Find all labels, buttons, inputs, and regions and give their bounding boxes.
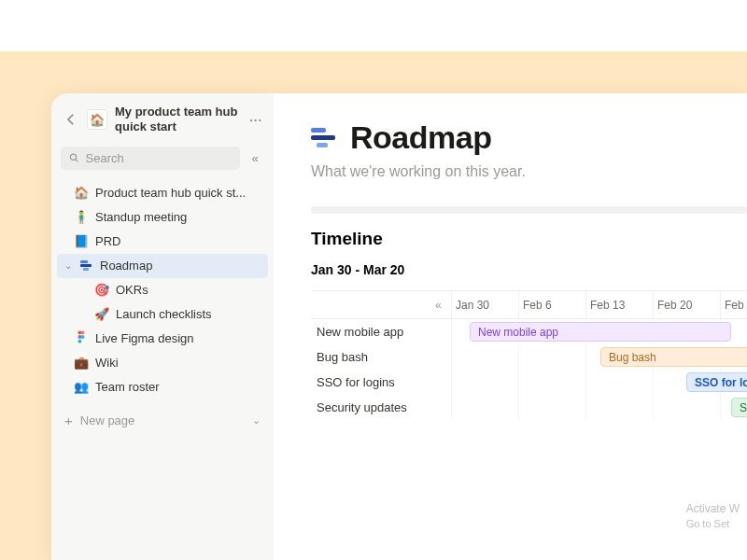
people-icon: 👥: [74, 380, 89, 394]
page-tree: 🏠 Product team hub quick st... 🧍‍♂️ Stan…: [51, 179, 274, 401]
timeline-date: Feb 13: [585, 291, 653, 318]
workspace-icon[interactable]: 🏠: [87, 109, 107, 130]
sidebar-item-label: Live Figma design: [95, 331, 261, 345]
timeline-heading: Timeline: [311, 229, 747, 249]
search-box[interactable]: [61, 147, 240, 170]
timeline-rows: New mobile app Bug bash SSO for logins: [451, 319, 747, 420]
search-icon: [68, 151, 80, 164]
sidebar-item-label: OKRs: [116, 283, 261, 297]
sidebar-item-prd[interactable]: 📘 PRD: [57, 230, 268, 254]
page-title: Roadmap: [350, 119, 491, 156]
timeline-bar-bug-bash[interactable]: Bug bash: [600, 347, 747, 367]
timeline-row: New mobile app: [451, 319, 747, 344]
svg-point-2: [81, 330, 85, 334]
roadmap-icon: [80, 260, 93, 272]
timeline-date: Feb 6: [518, 291, 585, 318]
page-subtitle: What we're working on this year.: [311, 163, 747, 180]
app-window: 🏠 My product team hub quick start ··· « …: [51, 93, 747, 560]
sidebar-item-label: Product team hub quick st...: [95, 186, 261, 200]
svg-point-5: [78, 340, 82, 343]
timeline-task-label[interactable]: Security updates: [311, 395, 451, 420]
watermark: Activate W Go to Set: [686, 502, 740, 530]
target-icon: 🎯: [94, 283, 109, 297]
timeline-bar-label: Bug bash: [609, 351, 656, 364]
sidebar-item-team-roster[interactable]: 👥 Team roster: [57, 375, 268, 399]
sidebar-item-product-team-hub[interactable]: 🏠 Product team hub quick st...: [57, 181, 268, 205]
sidebar-item-label: Launch checklists: [116, 307, 261, 321]
timeline-task-label[interactable]: SSO for logins: [311, 370, 451, 395]
house-icon: 🏠: [74, 186, 89, 200]
sidebar-item-standup[interactable]: 🧍‍♂️ Standup meeting: [57, 205, 268, 230]
workspace-title[interactable]: My product team hub quick start: [115, 105, 240, 135]
timeline-bar-label: SSO for logins: [695, 376, 747, 389]
sidebar-item-launch-checklists[interactable]: 🚀 Launch checklists: [57, 302, 268, 327]
rocket-icon: 🚀: [94, 307, 109, 321]
briefcase-icon: 💼: [74, 356, 89, 370]
timeline-task-label[interactable]: New mobile app: [311, 319, 451, 344]
timeline-collapse-button[interactable]: «: [311, 291, 451, 319]
new-page-button[interactable]: + New page ⌄: [51, 407, 274, 434]
sidebar-item-label: Standup meeting: [95, 210, 261, 224]
sidebar-header: 🏠 My product team hub quick start ···: [51, 93, 274, 141]
sidebar-item-okrs[interactable]: 🎯 OKRs: [57, 278, 268, 302]
svg-point-4: [81, 335, 85, 339]
plus-icon: +: [64, 413, 73, 428]
sidebar: 🏠 My product team hub quick start ··· « …: [51, 93, 274, 560]
sidebar-item-label: Wiki: [95, 356, 261, 370]
timeline-range: Jan 30 - Mar 20: [311, 262, 747, 277]
person-icon: 🧍‍♂️: [74, 210, 89, 224]
timeline: « New mobile app Bug bash SSO for logins…: [311, 290, 747, 420]
figma-icon: [74, 330, 89, 346]
svg-point-0: [70, 154, 76, 160]
timeline-chart[interactable]: Jan 30 Feb 6 Feb 13 Feb 20 Feb 27 New mo…: [451, 291, 747, 420]
timeline-bar-label: Se: [740, 401, 747, 414]
timeline-date: Feb 27: [720, 291, 747, 318]
timeline-bar-sso[interactable]: SSO for logins: [686, 372, 747, 392]
sidebar-item-figma[interactable]: Live Figma design: [57, 327, 268, 351]
timeline-date-header: Jan 30 Feb 6 Feb 13 Feb 20 Feb 27: [451, 291, 747, 319]
timeline-bar-label: New mobile app: [478, 326, 558, 339]
sidebar-item-wiki[interactable]: 💼 Wiki: [57, 351, 268, 375]
sidebar-item-label: PRD: [95, 234, 261, 248]
timeline-row: Bug bash: [451, 344, 747, 370]
collapse-sidebar-button[interactable]: «: [246, 148, 264, 167]
sidebar-item-roadmap[interactable]: ⌄ Roadmap: [57, 254, 268, 278]
back-arrow-icon[interactable]: [63, 111, 79, 128]
chevron-down-icon[interactable]: ⌄: [63, 260, 74, 271]
chevron-down-icon: ⌄: [252, 414, 261, 427]
workspace-more-button[interactable]: ···: [247, 113, 264, 127]
sidebar-item-label: Roadmap: [100, 259, 261, 273]
section-divider: [311, 206, 747, 214]
timeline-date: Jan 30: [451, 291, 518, 318]
new-page-label: New page: [80, 413, 135, 427]
search-row: «: [51, 141, 274, 179]
timeline-bar-security[interactable]: Se: [731, 398, 747, 417]
doc-icon: 📘: [74, 234, 89, 248]
timeline-date: Feb 20: [653, 291, 720, 318]
sidebar-item-label: Team roster: [95, 380, 261, 394]
roadmap-icon: [311, 127, 337, 149]
timeline-task-list: « New mobile app Bug bash SSO for logins…: [311, 291, 451, 420]
timeline-row: SSO for logins: [451, 370, 747, 395]
search-input[interactable]: [86, 151, 233, 165]
timeline-bar-mobile-app[interactable]: New mobile app: [470, 322, 731, 342]
timeline-task-label[interactable]: Bug bash: [311, 344, 451, 370]
page-title-row: Roadmap: [311, 119, 747, 156]
main-content: Roadmap What we're working on this year.…: [274, 93, 747, 560]
timeline-row: Se: [451, 395, 747, 420]
